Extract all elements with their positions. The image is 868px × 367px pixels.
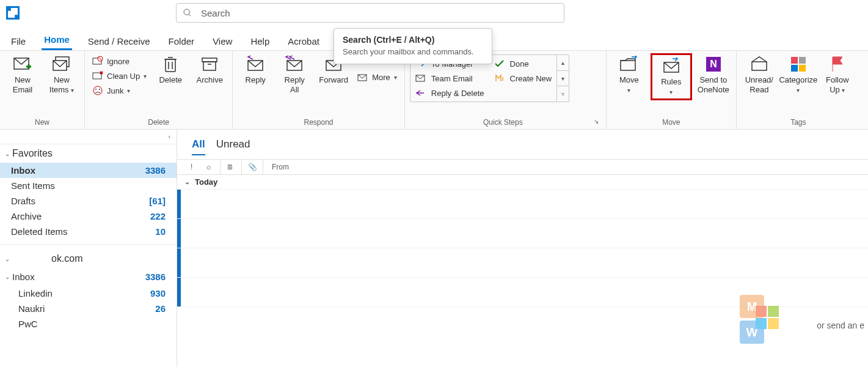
search-input[interactable]: Search <box>176 3 564 23</box>
svg-rect-22 <box>203 62 216 70</box>
nav-linkedin[interactable]: Linkedin930 <box>0 286 177 301</box>
menu-help[interactable]: Help <box>248 32 272 50</box>
qs-expand[interactable]: ▿ <box>557 86 569 102</box>
message-list: All Unread ! ☼ 🗎 📎 From ⌄Today M W or se… <box>177 130 868 367</box>
cleanup-button[interactable]: Clean Up ▾ <box>90 69 149 83</box>
svg-rect-36 <box>791 65 798 72</box>
menu-folder[interactable]: Folder <box>166 32 197 50</box>
qs-reply-delete[interactable]: Reply & Delete <box>415 89 484 98</box>
item-type-icon: 🗎 <box>227 163 235 171</box>
svg-rect-40 <box>756 318 767 329</box>
group-label-move: Move <box>611 117 731 129</box>
menu-send-receive[interactable]: Send / Receive <box>86 32 153 50</box>
account-inbox[interactable]: ⌄Inbox3386 <box>0 268 177 286</box>
group-label-tags: Tags <box>742 117 855 129</box>
svg-rect-39 <box>768 306 779 317</box>
list-item[interactable] <box>177 248 868 278</box>
svg-rect-35 <box>799 57 806 64</box>
ignore-button[interactable]: Ignore <box>90 54 149 68</box>
menu-home[interactable]: Home <box>42 31 72 50</box>
filter-unread[interactable]: Unread <box>216 138 250 155</box>
follow-up-button[interactable]: Follow Up ▾ <box>820 53 855 97</box>
new-email-button[interactable]: New Email <box>5 53 40 97</box>
svg-line-1 <box>189 14 191 16</box>
list-item[interactable] <box>177 219 868 248</box>
svg-rect-29 <box>621 61 635 70</box>
nav-deleted-items[interactable]: Deleted Items10 <box>0 224 177 239</box>
qs-done[interactable]: Done <box>494 59 552 69</box>
chevron-down-icon: ▾ <box>144 73 147 80</box>
junk-button[interactable]: Junk ▾ <box>90 84 149 97</box>
search-tooltip: Search (Ctrl+E / Alt+Q) Search your mail… <box>334 28 492 64</box>
empty-hint: or send an e <box>817 321 864 330</box>
svg-rect-21 <box>202 58 217 62</box>
svg-rect-37 <box>799 65 806 72</box>
qs-create-new[interactable]: Create New <box>494 74 552 83</box>
rules-button[interactable]: Rules▾ <box>654 55 689 98</box>
menu-view[interactable]: View <box>210 32 235 50</box>
list-item[interactable] <box>177 278 868 307</box>
svg-point-0 <box>184 9 189 15</box>
svg-rect-16 <box>166 59 175 72</box>
chevron-down-icon: ▾ <box>394 74 397 81</box>
chevron-down-icon: ▾ <box>71 87 74 94</box>
nav-pwc[interactable]: PwC <box>0 316 177 332</box>
reply-all-button[interactable]: Reply All <box>277 53 312 97</box>
svg-rect-38 <box>756 306 767 317</box>
watermark-logo: M W <box>740 295 764 344</box>
svg-rect-33 <box>752 62 767 70</box>
reminder-icon: ☼ <box>205 163 214 171</box>
qs-team-email[interactable]: Team Email <box>415 74 484 83</box>
chevron-down-icon: ⌄ <box>5 273 10 280</box>
nav-drafts[interactable]: Drafts[61] <box>0 193 177 209</box>
chevron-down-icon: ▾ <box>127 87 130 94</box>
group-label-respond: Respond <box>238 117 399 129</box>
chevron-down-icon: ⌄ <box>5 150 10 157</box>
search-icon <box>183 8 192 18</box>
reply-button[interactable]: Reply <box>238 53 273 87</box>
list-item[interactable] <box>177 190 868 219</box>
svg-point-14 <box>95 89 97 90</box>
more-respond-button[interactable]: More ▾ <box>355 70 399 84</box>
column-from[interactable]: From <box>269 163 289 171</box>
folder-pane: ‹ ⌄Favorites Inbox3386 Sent Items Drafts… <box>0 130 177 367</box>
filter-all[interactable]: All <box>192 138 205 155</box>
menu-file[interactable]: File <box>9 32 28 50</box>
importance-icon: ! <box>191 163 199 171</box>
svg-rect-41 <box>768 318 779 329</box>
chevron-down-icon: ▾ <box>797 87 800 94</box>
nav-archive[interactable]: Archive222 <box>0 209 177 224</box>
nav-inbox[interactable]: Inbox3386 <box>0 163 177 178</box>
rules-highlight: Rules▾ <box>651 53 692 100</box>
new-items-button[interactable]: New Items ▾ <box>44 53 79 97</box>
archive-button[interactable]: Archive <box>192 53 227 87</box>
outlook-app-icon <box>6 6 20 20</box>
menu-acrobat[interactable]: Acrobat <box>285 32 322 50</box>
unread-read-button[interactable]: Unread/ Read <box>742 53 777 97</box>
column-header[interactable]: ! ☼ 🗎 📎 From <box>177 159 868 175</box>
qs-scroll-up[interactable]: ▴ <box>557 55 569 71</box>
group-today[interactable]: ⌄Today <box>177 175 868 190</box>
delete-button[interactable]: Delete <box>153 53 188 87</box>
send-to-onenote-button[interactable]: N Send to OneNote <box>696 53 731 97</box>
search-placeholder: Search <box>201 8 230 18</box>
svg-point-15 <box>99 89 100 90</box>
chevron-down-icon: ▾ <box>627 87 630 94</box>
tooltip-title: Search (Ctrl+E / Alt+Q) <box>343 35 483 45</box>
collapse-nav-icon[interactable]: ‹ <box>169 133 170 140</box>
chevron-down-icon: ▾ <box>842 87 845 94</box>
attachment-icon: 📎 <box>248 163 257 171</box>
categorize-button[interactable]: Categorize▾ <box>781 53 816 97</box>
qs-scroll-down[interactable]: ▾ <box>557 71 569 87</box>
favorites-header[interactable]: ⌄Favorites <box>0 144 177 163</box>
move-button[interactable]: Move▾ <box>611 53 647 97</box>
group-label-delete: Delete <box>90 117 227 129</box>
tooltip-body: Search your mailbox and commands. <box>343 47 483 57</box>
account-header[interactable]: ⌄ok.com <box>0 250 177 268</box>
group-label-quicksteps: Quick Steps <box>412 118 594 127</box>
svg-rect-34 <box>791 57 798 64</box>
nav-sent-items[interactable]: Sent Items <box>0 178 177 193</box>
nav-naukri[interactable]: Naukri26 <box>0 301 177 316</box>
quicksteps-launcher-icon[interactable]: ↘ <box>594 118 599 127</box>
group-label-new: New <box>5 117 79 129</box>
